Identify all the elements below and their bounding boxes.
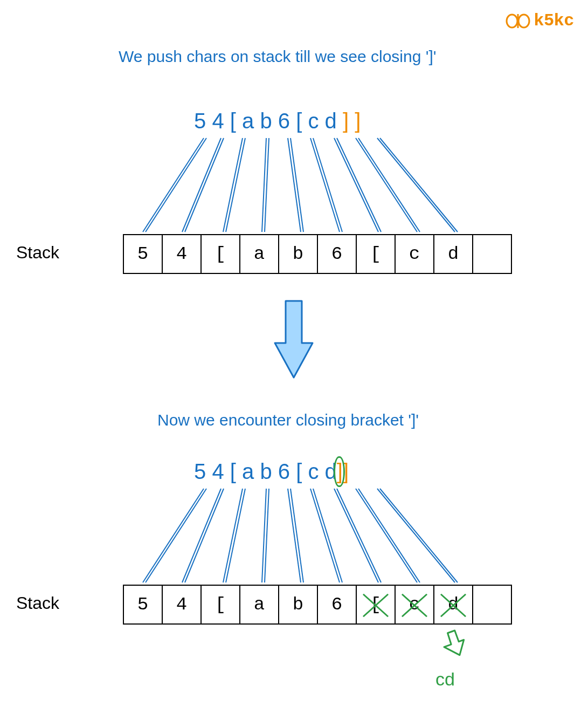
svg-line-38 xyxy=(380,489,458,582)
stack-cell: a xyxy=(239,234,279,274)
sequence-token: a xyxy=(242,109,254,133)
down-arrow-icon xyxy=(272,299,315,380)
sequence-token xyxy=(319,460,324,483)
sequence-token xyxy=(349,109,355,133)
stack-cell: 4 xyxy=(162,234,202,274)
svg-line-9 xyxy=(262,138,266,232)
stack-cell: b xyxy=(278,234,318,274)
svg-line-32 xyxy=(313,489,342,582)
stack-cell: 4 xyxy=(162,585,202,625)
svg-point-0 xyxy=(507,15,517,28)
svg-line-24 xyxy=(185,489,224,582)
svg-line-10 xyxy=(265,138,269,232)
sequence-token: 6 xyxy=(278,460,290,483)
sequence-token xyxy=(206,109,212,133)
stack-cell xyxy=(472,234,512,274)
sequence-token: [ xyxy=(230,109,236,133)
stack-cell: 5 xyxy=(123,234,163,274)
sequence-token xyxy=(224,460,230,483)
svg-line-29 xyxy=(288,489,301,582)
sequence-token: [ xyxy=(296,109,302,133)
svg-line-17 xyxy=(356,138,417,232)
svg-line-20 xyxy=(380,138,458,232)
sequence-token: 6 xyxy=(278,109,290,133)
sequence-token xyxy=(302,109,308,133)
sequence-token: [ xyxy=(230,460,236,483)
sequence-token: c xyxy=(308,460,319,483)
step2-stack-label: Stack xyxy=(16,593,59,613)
step1-stack-label: Stack xyxy=(16,243,59,263)
svg-line-35 xyxy=(356,489,417,582)
stack-cell: [ xyxy=(200,234,240,274)
step1-title: We push chars on stack till we see closi… xyxy=(119,47,437,66)
sequence-token: ] xyxy=(355,109,361,133)
svg-line-30 xyxy=(290,489,303,582)
stack-cell: d xyxy=(433,234,473,274)
svg-line-26 xyxy=(226,489,245,582)
svg-line-8 xyxy=(226,138,245,232)
sequence-token xyxy=(272,460,278,483)
svg-line-34 xyxy=(337,489,381,582)
sequence-token: ] xyxy=(343,109,349,133)
svg-line-23 xyxy=(182,489,221,582)
svg-line-21 xyxy=(143,489,204,582)
sequence-token: c xyxy=(308,109,319,133)
svg-line-19 xyxy=(377,138,455,232)
sequence-token xyxy=(272,109,278,133)
svg-line-25 xyxy=(223,489,243,582)
stack-cell: [ xyxy=(356,585,396,625)
sequence-token: ] xyxy=(337,460,343,484)
svg-line-6 xyxy=(185,138,224,232)
stack-cell: [ xyxy=(200,585,240,625)
stack-cell: a xyxy=(239,585,279,625)
stack-cell: 5 xyxy=(123,585,163,625)
svg-point-1 xyxy=(518,15,529,28)
sequence-token xyxy=(302,460,308,483)
step1-sequence: 5 4 [ a b 6 [ c d ] ] xyxy=(194,109,361,133)
svg-line-27 xyxy=(262,489,266,582)
stack-cell: 6 xyxy=(317,234,357,274)
sequence-token xyxy=(319,109,324,133)
step2-title: Now we encounter closing bracket ']' xyxy=(157,411,419,429)
svg-line-3 xyxy=(143,138,204,232)
svg-line-12 xyxy=(290,138,303,232)
svg-line-7 xyxy=(223,138,243,232)
step1-stack: 54[ab6[cd xyxy=(123,234,512,274)
sequence-token: d xyxy=(325,109,337,133)
svg-line-16 xyxy=(337,138,381,232)
svg-line-37 xyxy=(377,489,455,582)
sequence-token: b xyxy=(260,460,272,483)
sequence-token: 4 xyxy=(212,460,224,483)
svg-line-15 xyxy=(334,138,378,232)
sequence-token xyxy=(290,109,296,133)
sequence-token xyxy=(254,460,260,483)
svg-line-18 xyxy=(358,138,420,232)
sequence-token: ] xyxy=(343,460,349,483)
step2-result: cd xyxy=(435,669,455,690)
svg-line-36 xyxy=(358,489,420,582)
step2-stack: 54[ab6[cd xyxy=(123,585,512,625)
svg-line-5 xyxy=(182,138,221,232)
svg-line-33 xyxy=(334,489,378,582)
stack-cell: [ xyxy=(356,234,396,274)
sequence-token: [ xyxy=(296,460,302,483)
svg-line-22 xyxy=(146,489,206,582)
butterfly-icon xyxy=(506,13,530,29)
result-arrow-icon xyxy=(442,629,469,658)
svg-line-31 xyxy=(310,489,340,582)
svg-line-4 xyxy=(146,138,206,232)
stack-cell: c xyxy=(395,234,434,274)
stack-cell xyxy=(472,585,512,625)
step2-sequence: 5 4 [ a b 6 [ c d]] xyxy=(194,460,349,484)
brand-text: k5kc xyxy=(534,11,574,31)
sequence-token xyxy=(254,109,260,133)
sequence-token xyxy=(337,109,343,133)
sequence-token: 5 xyxy=(194,460,206,483)
brand-logo: k5kc xyxy=(506,11,574,31)
svg-line-14 xyxy=(313,138,342,232)
sequence-token: 4 xyxy=(212,109,224,133)
sequence-token xyxy=(224,109,230,133)
svg-line-13 xyxy=(310,138,340,232)
sequence-token xyxy=(236,109,242,133)
svg-line-28 xyxy=(265,489,269,582)
